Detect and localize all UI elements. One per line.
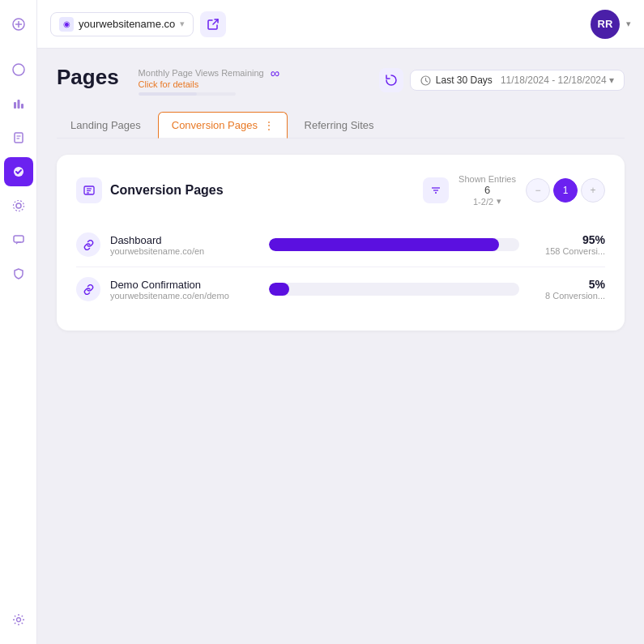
site-name-label: yourwebsitename.co [79,18,175,30]
table-row: Dashboard yourwebsitename.co/en 95% 158 … [76,223,605,267]
date-range-button[interactable]: Last 30 Days 11/18/2024 - 12/18/2024 ▾ [410,70,625,91]
card-header: Conversion Pages Shown Entries 6 1-2/2 ▾… [76,174,605,207]
row-stat-1: 5% 8 Conversion... [532,278,605,301]
avatar[interactable]: RR [591,10,620,39]
sidebar-icon-chat[interactable] [4,225,33,254]
filter-button[interactable] [423,177,449,203]
site-selector[interactable]: ◉ yourwebsitename.co ▾ [50,12,194,36]
row-bar-fill-1 [269,283,289,296]
date-range-dates: 11/18/2024 - 12/18/2024 ▾ [501,75,614,86]
date-controls: Last 30 Days 11/18/2024 - 12/18/2024 ▾ [379,68,625,92]
external-link-button[interactable] [200,11,226,37]
svg-point-11 [16,203,21,208]
sidebar-icon-shield[interactable] [4,259,33,288]
row-bar-fill-0 [269,238,499,251]
card-list-icon [76,177,102,203]
page-title: Pages [57,65,119,90]
svg-point-3 [13,64,24,75]
infinity-icon: ∞ [271,66,279,81]
prev-page-button[interactable]: − [526,178,550,203]
svg-point-14 [16,618,20,622]
row-bar-0 [269,238,519,251]
refresh-button[interactable] [379,68,403,92]
sidebar-icon-pages[interactable] [4,123,33,152]
row-bar-1 [269,283,519,296]
next-page-button[interactable]: + [581,178,605,203]
shown-entries: Shown Entries 6 1-2/2 ▾ [458,174,516,207]
tab-landing-pages[interactable]: Landing Pages [57,112,155,139]
row-count-1: 8 Conversion... [532,291,605,301]
current-page-button[interactable]: 1 [553,178,578,203]
topbar: ◉ yourwebsitename.co ▾ RR ▾ [37,0,644,49]
page-views-info: Monthly Page Views Remaining Click for d… [139,68,264,96]
tab-referring-sites[interactable]: Referring Sites [291,112,388,139]
row-info-1: Demo Confirmation yourwebsitename.co/en/… [110,279,256,301]
entries-range-value: 1-2/2 [473,197,493,207]
row-title-0: Dashboard [110,234,256,246]
row-percent-1: 5% [532,278,605,291]
svg-rect-7 [15,133,23,143]
page-content: Pages Monthly Page Views Remaining Click… [37,49,644,644]
main-content: ◉ yourwebsitename.co ▾ RR ▾ Pages Monthl… [37,0,644,644]
sidebar-icon-conversion[interactable] [4,157,33,186]
page-views-bar [139,92,236,96]
svg-rect-4 [14,102,16,109]
table-rows: Dashboard yourwebsitename.co/en 95% 158 … [76,223,605,311]
svg-point-12 [13,201,23,211]
card-title-area: Conversion Pages [76,177,224,203]
conversion-pages-card: Conversion Pages Shown Entries 6 1-2/2 ▾… [57,155,625,331]
sidebar-icon-home[interactable] [4,55,33,84]
row-count-0: 158 Conversi... [532,246,605,256]
pages-header: Pages Monthly Page Views Remaining Click… [57,65,625,96]
pagination: − 1 + [526,178,605,203]
entries-range: 1-2/2 ▾ [473,196,501,207]
svg-rect-6 [21,104,23,109]
row-info-0: Dashboard yourwebsitename.co/en [110,234,256,256]
row-link-icon-1 [76,277,100,301]
tabs-bar: Landing Pages Conversion Pages ⋮ Referri… [57,112,625,139]
tab-menu-icon: ⋮ [264,120,274,131]
page-views-label: Monthly Page Views Remaining [139,68,264,78]
sidebar-icon-gear[interactable] [4,605,33,634]
table-row: Demo Confirmation yourwebsitename.co/en/… [76,267,605,311]
svg-line-15 [213,19,218,24]
row-url-0: yourwebsitename.co/en [110,246,256,256]
sidebar-icon-add[interactable] [4,10,33,39]
tab-conversion-pages[interactable]: Conversion Pages ⋮ [158,112,288,139]
svg-rect-13 [14,236,23,242]
sidebar [0,0,37,644]
page-views-bar-fill [139,92,197,96]
card-title: Conversion Pages [110,183,224,198]
date-range-label: Last 30 Days [436,75,493,86]
sidebar-icon-settings2[interactable] [4,191,33,220]
chevron-down-icon: ▾ [180,19,185,29]
row-url-1: yourwebsitename.co/en/demo [110,291,256,301]
page-views-link[interactable]: Click for details [139,79,264,89]
entries-chevron-icon: ▾ [497,196,501,207]
row-link-icon-0 [76,232,100,257]
row-percent-0: 95% [532,233,605,246]
row-title-1: Demo Confirmation [110,279,256,291]
svg-rect-5 [17,100,19,109]
entries-count: 6 [484,184,490,196]
shown-entries-label: Shown Entries [458,174,516,184]
row-stat-0: 95% 158 Conversi... [532,233,605,256]
site-favicon-icon: ◉ [59,17,74,32]
avatar-chevron-icon[interactable]: ▾ [626,19,631,29]
sidebar-icon-analytics[interactable] [4,89,33,118]
